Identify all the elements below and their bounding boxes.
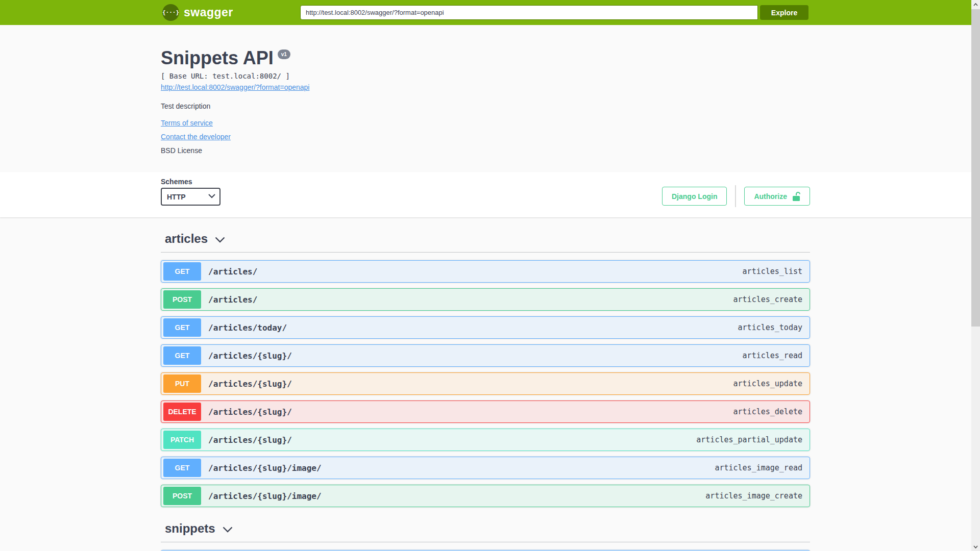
contact-developer-link[interactable]: Contact the developer (161, 133, 810, 141)
scroll-down-icon (973, 545, 978, 548)
operation-path: /articles/{slug}/ (208, 379, 733, 389)
scroll-up-icon (973, 3, 978, 6)
schemes-label: Schemes (161, 178, 192, 186)
unlocked-padlock-icon (792, 192, 800, 201)
license-text: BSD License (161, 146, 810, 155)
spec-url-input[interactable] (300, 5, 758, 20)
operation-row-articles_today[interactable]: GET /articles/today/ articles_today (161, 316, 810, 339)
api-info: Snippets API v1 [ Base URL: test.local:8… (161, 48, 810, 155)
method-badge: GET (163, 459, 201, 477)
method-badge: GET (163, 318, 201, 337)
operation-path: /articles/today/ (208, 323, 738, 333)
section-header[interactable]: snippets (161, 521, 810, 542)
operation-row-articles_update[interactable]: PUT /articles/{slug}/ articles_update (161, 372, 810, 395)
base-url: [ Base URL: test.local:8002/ ] (161, 72, 810, 80)
section-title: snippets (165, 521, 215, 536)
section-articles: articles GET /articles/ articles_list PO… (161, 232, 810, 507)
operation-id: articles_list (743, 267, 802, 276)
chevron-down-icon (215, 237, 225, 243)
operation-path: /articles/ (208, 295, 733, 305)
version-badge: v1 (278, 49, 290, 59)
method-badge: GET (163, 346, 201, 365)
method-badge: POST (163, 487, 201, 505)
swagger-logo-icon: {···} (162, 4, 179, 21)
operation-id: articles_partial_update (696, 435, 802, 444)
operation-path: /articles/{slug}/ (208, 435, 696, 445)
operation-path: /articles/{slug}/ (208, 407, 733, 417)
operation-path: /articles/{slug}/image/ (208, 491, 705, 501)
django-login-label: Django Login (672, 192, 717, 201)
chevron-down-icon (223, 527, 233, 533)
operation-row-articles_read[interactable]: GET /articles/{slug}/ articles_read (161, 344, 810, 367)
operation-id: articles_create (733, 295, 802, 304)
scrollbar-down-button[interactable] (971, 542, 980, 551)
authorize-button[interactable]: Authorize (744, 187, 810, 206)
section-header[interactable]: articles (161, 232, 810, 253)
operation-row-articles_image_read[interactable]: GET /articles/{slug}/image/ articles_ima… (161, 457, 810, 479)
operation-row-articles_image_create[interactable]: POST /articles/{slug}/image/ articles_im… (161, 485, 810, 507)
api-sections: articles GET /articles/ articles_list PO… (161, 217, 810, 551)
operation-path: /articles/ (208, 267, 743, 277)
scheme-container: Schemes HTTP Django Login Authorize (0, 172, 971, 217)
topbar: {···} swagger Explore (0, 0, 971, 25)
section-snippets: snippets GET /snippets/ snippets_list (161, 521, 810, 551)
operation-id: articles_image_read (715, 463, 802, 472)
spec-link[interactable]: http://test.local:8002/swagger/?format=o… (161, 83, 309, 91)
auth-wrapper: Django Login Authorize (662, 185, 810, 207)
section-title: articles (165, 232, 208, 246)
operation-id: articles_today (738, 323, 802, 332)
auth-divider (735, 185, 736, 207)
swagger-logo: {···} swagger (162, 4, 233, 21)
django-login-button[interactable]: Django Login (662, 187, 727, 206)
authorize-label: Authorize (754, 192, 787, 201)
page-title: Snippets API (161, 48, 274, 68)
operation-row-articles_partial_update[interactable]: PATCH /articles/{slug}/ articles_partial… (161, 429, 810, 451)
explore-button[interactable]: Explore (760, 5, 808, 20)
scrollbar-up-button[interactable] (971, 0, 980, 9)
operation-id: articles_update (733, 379, 802, 388)
operation-id: articles_image_create (705, 491, 802, 500)
operation-row-articles_delete[interactable]: DELETE /articles/{slug}/ articles_delete (161, 400, 810, 423)
method-badge: PUT (163, 374, 201, 393)
method-badge: GET (163, 262, 201, 281)
operation-row-articles_list[interactable]: GET /articles/ articles_list (161, 260, 810, 283)
terms-of-service-link[interactable]: Terms of service (161, 119, 810, 127)
scrollbar-thumb[interactable] (971, 9, 980, 327)
operation-path: /articles/{slug}/ (208, 351, 743, 361)
operation-row-articles_create[interactable]: POST /articles/ articles_create (161, 288, 810, 311)
scheme-select[interactable]: HTTP (161, 188, 220, 206)
operation-path: /articles/{slug}/image/ (208, 463, 715, 473)
method-badge: POST (163, 290, 201, 309)
operation-id: articles_delete (733, 407, 802, 416)
operation-id: articles_read (743, 351, 802, 360)
api-description: Test description (161, 102, 810, 110)
method-badge: DELETE (163, 403, 201, 421)
swagger-logo-text: swagger (184, 6, 233, 19)
method-badge: PATCH (163, 431, 201, 449)
vertical-scrollbar[interactable] (971, 0, 980, 551)
operations-list: GET /articles/ articles_list POST /artic… (161, 260, 810, 507)
